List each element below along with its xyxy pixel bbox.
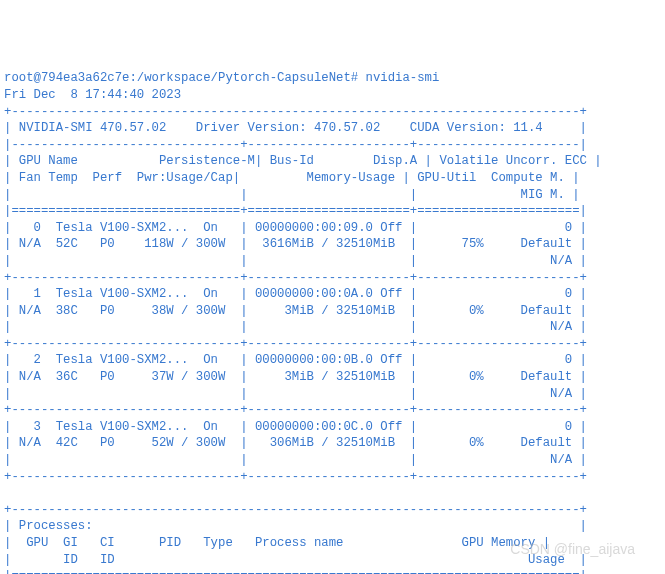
terminal-output: root@794ea3a62c7e:/workspace/Pytorch-Cap… [4, 71, 602, 574]
watermark: CSDN @fine_aijava [510, 540, 635, 559]
